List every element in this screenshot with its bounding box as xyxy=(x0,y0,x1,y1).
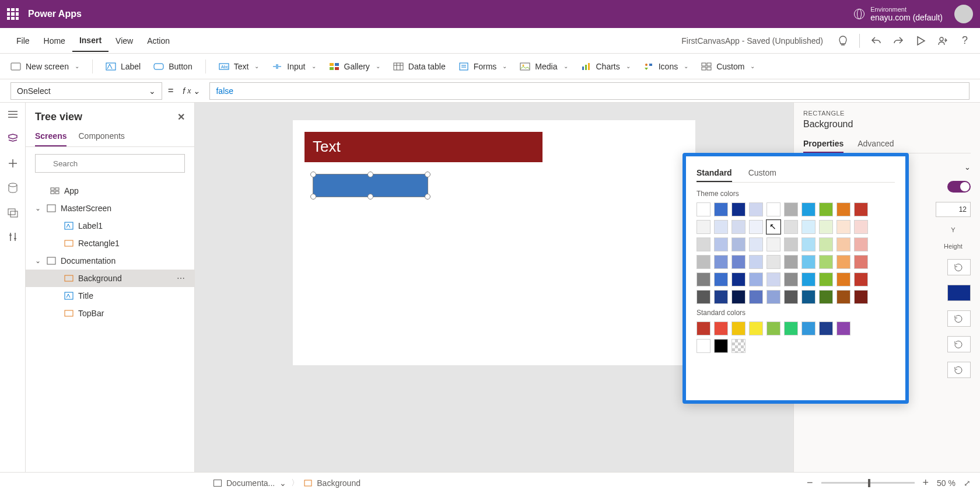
color-swatch[interactable] xyxy=(766,255,780,269)
canvas-topbar[interactable]: Text xyxy=(304,132,542,162)
visible-toggle[interactable] xyxy=(947,181,971,193)
color-swatch[interactable] xyxy=(784,321,798,335)
color-swatch[interactable] xyxy=(836,202,850,216)
property-selector[interactable]: OnSelect⌄ xyxy=(10,82,162,100)
tree-search-input[interactable] xyxy=(35,154,185,173)
charts-dropdown[interactable]: Charts⌄ xyxy=(581,62,631,71)
color-swatch[interactable] xyxy=(784,220,798,234)
breadcrumb[interactable]: Documenta... ⌄ 〉 Background xyxy=(214,478,360,488)
tree-item-background[interactable]: Background⋯ xyxy=(26,270,194,287)
add-icon[interactable] xyxy=(7,158,19,169)
close-icon[interactable]: ✕ xyxy=(177,111,185,123)
color-swatch[interactable] xyxy=(696,272,710,286)
color-swatch[interactable] xyxy=(766,272,780,286)
color-swatch[interactable] xyxy=(766,290,780,304)
color-swatch[interactable] xyxy=(819,220,833,234)
color-swatch[interactable] xyxy=(854,202,868,216)
color-swatch[interactable] xyxy=(836,237,850,251)
color-swatch[interactable] xyxy=(802,255,816,269)
color-swatch[interactable] xyxy=(784,272,798,286)
play-icon[interactable] xyxy=(915,35,926,47)
color-swatch[interactable] xyxy=(766,237,780,251)
color-swatch[interactable] xyxy=(696,339,710,353)
gallery-dropdown[interactable]: Gallery⌄ xyxy=(329,62,380,71)
color-swatch[interactable] xyxy=(836,220,850,234)
artboard[interactable]: Text xyxy=(293,120,695,365)
color-swatch[interactable] xyxy=(854,272,868,286)
color-swatch[interactable] xyxy=(784,202,798,216)
color-swatch[interactable] xyxy=(714,202,728,216)
color-swatch[interactable] xyxy=(749,272,763,286)
color-swatch[interactable] xyxy=(696,321,710,335)
menu-home[interactable]: Home xyxy=(37,30,72,51)
color-swatch[interactable] xyxy=(836,272,850,286)
color-swatch[interactable] xyxy=(802,272,816,286)
color-swatch[interactable] xyxy=(784,237,798,251)
color-swatch[interactable] xyxy=(696,237,710,251)
more-icon[interactable]: ⋯ xyxy=(177,274,185,283)
reset-button-4[interactable] xyxy=(947,362,971,378)
color-swatch[interactable] xyxy=(714,321,728,335)
color-swatch[interactable] xyxy=(819,255,833,269)
color-swatch[interactable] xyxy=(802,237,816,251)
color-swatch[interactable] xyxy=(714,272,728,286)
tree-item-title[interactable]: Title xyxy=(26,287,194,305)
custom-dropdown[interactable]: Custom⌄ xyxy=(701,62,755,71)
color-swatch[interactable] xyxy=(802,220,816,234)
color-swatch[interactable] xyxy=(766,202,780,216)
tab-advanced[interactable]: Advanced xyxy=(858,135,894,153)
color-swatch[interactable] xyxy=(696,255,710,269)
color-swatch[interactable] xyxy=(836,321,850,335)
color-swatch[interactable] xyxy=(766,321,780,335)
button-button[interactable]: Button xyxy=(153,62,192,71)
color-tab-standard[interactable]: Standard xyxy=(696,165,732,182)
text-dropdown[interactable]: Abc Text⌄ xyxy=(219,62,260,71)
color-swatch[interactable] xyxy=(696,290,710,304)
share-icon[interactable] xyxy=(937,35,949,47)
menu-file[interactable]: File xyxy=(9,30,37,51)
color-swatch[interactable] xyxy=(732,339,746,353)
undo-icon[interactable] xyxy=(870,35,882,47)
reset-button-3[interactable] xyxy=(947,336,971,352)
color-swatch[interactable] xyxy=(854,255,868,269)
color-swatch[interactable] xyxy=(732,237,746,251)
advanced-tools-icon[interactable] xyxy=(7,231,19,243)
tab-components[interactable]: Components xyxy=(78,127,124,146)
color-swatch[interactable] xyxy=(749,290,763,304)
menu-insert[interactable]: Insert xyxy=(72,30,108,52)
color-swatch[interactable] xyxy=(749,202,763,216)
position-value[interactable]: 12 xyxy=(936,202,971,217)
tree-item-masterscreen[interactable]: MasterScreen xyxy=(26,200,194,217)
reset-button-1[interactable] xyxy=(947,259,971,275)
media-panel-icon[interactable] xyxy=(7,207,19,218)
color-swatch[interactable] xyxy=(732,220,746,234)
color-swatch[interactable] xyxy=(802,321,816,335)
color-swatch[interactable] xyxy=(854,290,868,304)
color-swatch[interactable] xyxy=(749,255,763,269)
menu-action[interactable]: Action xyxy=(140,30,177,51)
environment-selector[interactable]: Environment enayu.com (default) xyxy=(854,6,943,22)
app-checker-icon[interactable] xyxy=(837,35,849,47)
color-swatch[interactable] xyxy=(766,220,780,234)
color-swatch[interactable] xyxy=(714,220,728,234)
color-swatch[interactable] xyxy=(802,290,816,304)
tab-screens[interactable]: Screens xyxy=(35,127,66,146)
color-swatch[interactable] xyxy=(819,321,833,335)
zoom-slider[interactable] xyxy=(821,482,915,484)
color-swatch-navy[interactable] xyxy=(947,285,971,301)
app-launcher-icon[interactable] xyxy=(7,8,19,20)
color-swatch[interactable] xyxy=(732,321,746,335)
fx-icon[interactable]: fx ⌄ xyxy=(179,86,204,96)
color-swatch[interactable] xyxy=(714,237,728,251)
color-swatch[interactable] xyxy=(749,321,763,335)
icons-dropdown[interactable]: Icons⌄ xyxy=(643,62,688,71)
color-swatch[interactable] xyxy=(749,220,763,234)
menu-view[interactable]: View xyxy=(108,30,140,51)
new-screen-button[interactable]: New screen⌄ xyxy=(10,62,79,71)
fit-to-screen-icon[interactable]: ⤢ xyxy=(964,478,971,488)
color-swatch[interactable] xyxy=(732,272,746,286)
color-swatch[interactable] xyxy=(732,202,746,216)
color-swatch[interactable] xyxy=(836,255,850,269)
color-swatch[interactable] xyxy=(836,290,850,304)
color-swatch[interactable] xyxy=(802,202,816,216)
